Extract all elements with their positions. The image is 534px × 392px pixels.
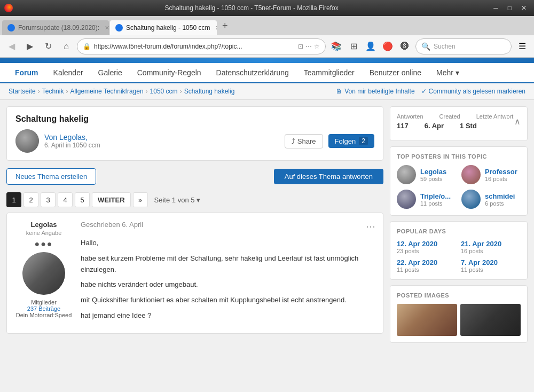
nav-community-regeln[interactable]: Community-Regeln: [131, 63, 208, 82]
poster-triple: Triple/o... 11 posts: [397, 190, 456, 209]
image-thumb-2[interactable]: [460, 304, 521, 336]
post-line-3: habe nichts verändert oder umgebaut.: [81, 279, 375, 291]
poster-legolas: Legolas 59 posts: [397, 165, 456, 184]
weiter-button[interactable]: WEITER: [92, 192, 131, 207]
maximize-button[interactable]: □: [505, 3, 515, 13]
new-topic-button[interactable]: Neues Thema erstellen: [6, 168, 96, 185]
breadcrumb-startseite[interactable]: Startseite: [9, 88, 36, 95]
site-header-band: [0, 58, 534, 63]
page-dropdown-icon[interactable]: ▾: [197, 196, 200, 204]
nav-datenschutz[interactable]: Datenschutzerklärung: [210, 63, 295, 82]
poster-legolas-name[interactable]: Legolas: [420, 168, 446, 176]
breadcrumb-current: Schaltung hakelig: [184, 88, 235, 95]
tabs-icon[interactable]: ⊞: [346, 39, 361, 54]
poster-professor-name[interactable]: Professor: [485, 168, 517, 176]
poster-schmidei-posts: 6 posts: [485, 200, 515, 207]
post-header: Geschrieben 6. April ⋯: [81, 221, 375, 232]
close-button[interactable]: ✕: [518, 3, 530, 13]
reload-button[interactable]: ↻: [41, 39, 56, 54]
page-5-button[interactable]: 5: [75, 192, 90, 207]
stats-group: Antworten Created Letzte Antwort 117 6. …: [397, 113, 513, 130]
url-text: https://www.t5net-forum.de/forum/index.p…: [94, 43, 295, 50]
post-motorrad: Dein Motorrad:Speed: [14, 312, 73, 318]
reader-mode-icon[interactable]: ⊡: [298, 43, 303, 50]
toolbar-icons: 📚 ⊞ 👤 🔴 🅢: [329, 39, 412, 54]
collapse-icon[interactable]: ∧: [514, 116, 521, 127]
topic-title: Schaltung hakelig: [15, 114, 374, 124]
page-1-button[interactable]: 1: [6, 192, 21, 207]
posted-images-title: POSTED IMAGES: [397, 292, 521, 299]
breadcrumb-bar: Startseite › Technik › Allgemeine Techni…: [0, 83, 534, 100]
document-icon: 🗎: [336, 88, 342, 95]
created-label: Created: [439, 113, 460, 120]
tab-schaltung[interactable]: Schaltung hakelig - 1050 ccm ✕: [110, 20, 217, 35]
last-reply-label: Letzte Antwort: [476, 113, 514, 120]
extension-icon[interactable]: 🔴: [380, 39, 395, 54]
poster-schmidei-name[interactable]: schmidei: [485, 192, 515, 200]
popular-day-1: 12. Apr 2020 23 posts: [397, 240, 457, 254]
poster-professor-avatar: [461, 165, 481, 184]
nav-mehr[interactable]: Mehr ▾: [430, 63, 466, 82]
follow-button[interactable]: Folgen 2: [328, 134, 374, 148]
home-button[interactable]: ⌂: [59, 39, 74, 54]
pocket-icon[interactable]: 🅢: [397, 39, 412, 54]
topic-actions: ⤴ Share Folgen 2: [285, 134, 374, 148]
reply-button[interactable]: Auf dieses Thema antworten: [274, 169, 383, 184]
page-last-button[interactable]: »: [133, 192, 148, 207]
top-posters-title: TOP POSTERS IN THIS TOPIC: [397, 153, 521, 160]
titlebar-controls[interactable]: ─ □ ✕: [490, 3, 530, 13]
minimize-button[interactable]: ─: [490, 3, 501, 13]
tab-close-icon[interactable]: ✕: [105, 25, 109, 32]
new-tab-button[interactable]: +: [218, 20, 232, 32]
images-grid: [397, 304, 521, 336]
post-line-2: habe seit kurzem Probleme mit der Schalt…: [81, 253, 375, 276]
poster-triple-info: Triple/o... 11 posts: [420, 192, 451, 207]
nav-galerie[interactable]: Galerie: [92, 63, 129, 82]
post-username[interactable]: Legolas: [14, 221, 73, 229]
back-button[interactable]: ◀: [4, 39, 19, 54]
post-avatar: [22, 252, 65, 295]
popular-day-2-date: 21. Apr 2020: [461, 240, 521, 248]
breadcrumb-technik[interactable]: Technik: [42, 88, 64, 95]
tab-forumsupdate[interactable]: Forumsupdate (18.09.2020): ✕: [2, 20, 109, 35]
lock-icon: 🔒: [83, 43, 91, 50]
page-3-button[interactable]: 3: [41, 192, 56, 207]
nav-benutzer-online[interactable]: Benutzer online: [363, 63, 428, 82]
sidebar: Antworten Created Letzte Antwort 117 6. …: [390, 100, 534, 389]
nav-menu: Forum Kalender Galerie Community-Regeln …: [0, 63, 534, 83]
forward-button[interactable]: ▶: [22, 39, 37, 54]
post-line-1: Hallo,: [81, 238, 375, 249]
post-content-column: Geschrieben 6. April ⋯ Hallo, habe seit …: [81, 221, 375, 326]
beteiligte-action[interactable]: 🗎 Von mir beteiligte Inhalte: [336, 88, 414, 95]
search-bar[interactable]: 🔍 Suchen: [415, 38, 512, 54]
page-4-button[interactable]: 4: [58, 192, 73, 207]
image-thumb-1[interactable]: [397, 304, 457, 336]
nav-kalender[interactable]: Kalender: [47, 63, 90, 82]
poster-grid: Legolas 59 posts Professor 16 posts Trip…: [397, 165, 521, 209]
share-button[interactable]: ⤴ Share: [285, 134, 323, 148]
breadcrumb-actions: 🗎 Von mir beteiligte Inhalte ✓ Community…: [336, 88, 525, 95]
post-card: Legolas keine Angabe ●●● Mitglieder 237 …: [6, 213, 383, 334]
stats-values: 117 6. Apr 1 Std: [397, 122, 513, 130]
nav-teammitglieder[interactable]: Teammitglieder: [297, 63, 361, 82]
bookmarks-icon[interactable]: 📚: [329, 39, 344, 54]
dots-icon[interactable]: ⋯: [305, 43, 312, 50]
markieren-action[interactable]: ✓ Community als gelesen markieren: [421, 88, 525, 95]
page-2-button[interactable]: 2: [23, 192, 38, 207]
breadcrumb-allgemeine[interactable]: Allgemeine Technikfragen: [70, 88, 143, 95]
poster-schmidei: schmidei 6 posts: [461, 190, 521, 209]
menu-icon[interactable]: ☰: [515, 39, 530, 54]
poster-triple-name[interactable]: Triple/o...: [420, 192, 451, 200]
poster-professor-info: Professor 16 posts: [485, 168, 517, 182]
post-line-5: hat jemand eine Idee ?: [81, 310, 375, 322]
url-bar[interactable]: 🔒 https://www.t5net-forum.de/forum/index…: [77, 38, 326, 54]
main-content: Schaltung hakelig Von Legolas, 6. April …: [0, 100, 390, 389]
bookmark-icon[interactable]: ☆: [314, 43, 320, 50]
author-name[interactable]: Von Legolas,: [44, 133, 100, 142]
tab-close-active-icon[interactable]: ✕: [215, 25, 217, 32]
poster-professor-posts: 16 posts: [485, 176, 517, 182]
nav-forum[interactable]: Forum: [9, 63, 45, 83]
breadcrumb-1050[interactable]: 1050 ccm: [150, 88, 178, 95]
account-icon[interactable]: 👤: [363, 39, 378, 54]
post-menu-icon[interactable]: ⋯: [366, 221, 375, 232]
